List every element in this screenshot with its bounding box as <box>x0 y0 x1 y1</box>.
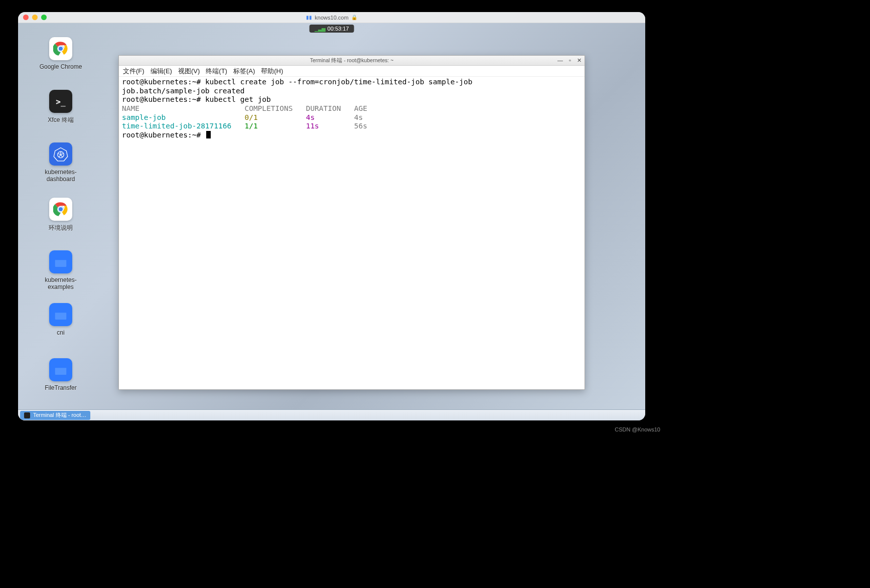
menu-帮助(H)[interactable]: 帮助(H) <box>261 67 283 76</box>
menu-终端(T)[interactable]: 终端(T) <box>206 67 227 76</box>
desktop-icon-label: kubernetes- dashboard <box>45 169 76 183</box>
k8s-icon <box>49 142 72 166</box>
chrome-icon <box>49 37 72 60</box>
fullscreen-icon[interactable] <box>41 15 47 20</box>
desktop-icon-label: kubernetes- examples <box>45 276 76 290</box>
desktop-icon-cni[interactable]: cni <box>33 303 88 336</box>
traffic-lights <box>23 15 47 20</box>
menu-编辑(E)[interactable]: 编辑(E) <box>151 67 172 76</box>
taskbar-item-label: Terminal 终端 - root… <box>33 411 86 419</box>
cursor <box>206 131 211 138</box>
chrome-icon <box>49 198 72 221</box>
mac-window: ▮▮ knows10.com 🔒 ▁▃▅ 00:53:17 Google Chr… <box>18 12 645 420</box>
minimize-button[interactable]: — <box>557 57 563 64</box>
terminal-window: Terminal 终端 - root@kubernetes: ~ — ▫ ✕ 文… <box>118 55 585 390</box>
minimize-icon[interactable] <box>32 15 38 20</box>
terminal-titlebar[interactable]: Terminal 终端 - root@kubernetes: ~ — ▫ ✕ <box>119 56 585 66</box>
xfce-panel: Terminal 终端 - root… <box>18 409 645 420</box>
svg-point-12 <box>58 207 63 212</box>
desktop-icon-label: FileTransfer <box>45 384 77 391</box>
terminal-body[interactable]: root@kubernetes:~# kubectl create job --… <box>119 77 585 389</box>
menu-文件(F)[interactable]: 文件(F) <box>123 67 144 76</box>
timer-text: 00:53:17 <box>328 26 349 32</box>
folder-icon <box>49 250 72 273</box>
svg-point-2 <box>58 46 63 51</box>
maximize-button[interactable]: ▫ <box>569 57 571 64</box>
url-display: ▮▮ knows10.com 🔒 <box>306 15 357 21</box>
desktop-icon-label: 环境说明 <box>49 224 73 232</box>
desktop-icon-kubernetes--dashboard[interactable]: kubernetes- dashboard <box>33 142 88 183</box>
terminal-menubar: 文件(F)编辑(E)视图(V)终端(T)标签(A)帮助(H) <box>119 66 585 77</box>
desktop-icon-filetransfer[interactable]: FileTransfer <box>33 358 88 391</box>
terminal-icon <box>24 412 30 418</box>
desktop-icon-google-chrome[interactable]: Google Chrome <box>33 37 88 70</box>
menu-标签(A)[interactable]: 标签(A) <box>233 67 255 76</box>
close-button[interactable]: ✕ <box>577 57 582 64</box>
terminal-title: Terminal 终端 - root@kubernetes: ~ <box>310 57 394 64</box>
term-icon: >_ <box>49 90 72 113</box>
lock-icon: 🔒 <box>351 15 357 20</box>
timer-overlay: ▁▃▅ 00:53:17 <box>310 25 354 33</box>
desktop-icon-环境说明[interactable]: 环境说明 <box>33 198 88 232</box>
signal-icon: ▁▃▅ <box>315 26 325 32</box>
url-text: knows10.com <box>315 15 348 21</box>
folder-icon <box>49 303 72 326</box>
site-icon: ▮▮ <box>306 15 312 20</box>
desktop-icon-label: Xfce 终端 <box>48 116 73 124</box>
menu-视图(V)[interactable]: 视图(V) <box>178 67 200 76</box>
taskbar-item-terminal[interactable]: Terminal 终端 - root… <box>20 411 90 420</box>
desktop-icon-xfce-终端[interactable]: >_Xfce 终端 <box>33 90 88 124</box>
desktop-icon-label: Google Chrome <box>40 63 82 70</box>
watermark: CSDN @Knows10 <box>615 426 660 432</box>
close-icon[interactable] <box>23 15 29 20</box>
desktop-icon-kubernetes--examples[interactable]: kubernetes- examples <box>33 250 88 290</box>
folder-icon <box>49 358 72 381</box>
mac-titlebar: ▮▮ knows10.com 🔒 <box>18 12 645 23</box>
desktop-icon-label: cni <box>57 329 64 336</box>
